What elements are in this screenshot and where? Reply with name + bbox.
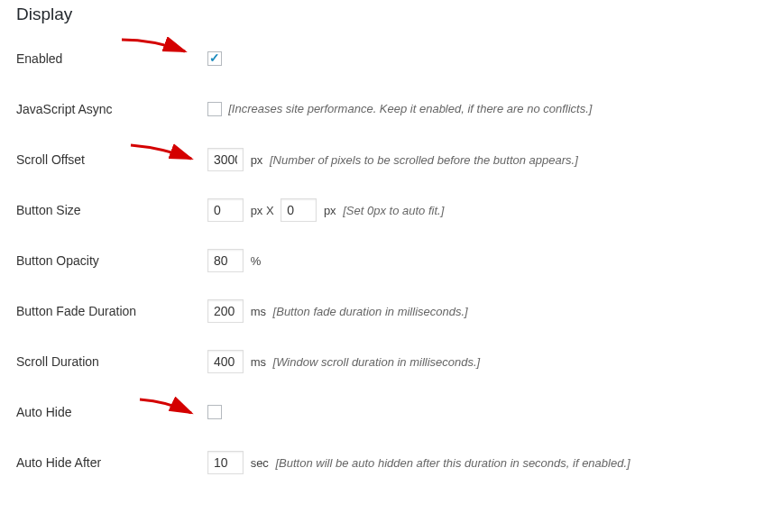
row-auto-hide-after: Auto Hide After sec [Button will be auto… — [0, 437, 782, 488]
scroll-offset-unit: px — [251, 153, 263, 167]
js-async-checkbox[interactable] — [207, 102, 222, 116]
row-scroll-duration: Scroll Duration ms [Window scroll durati… — [0, 336, 782, 387]
label-button-opacity: Button Opacity — [0, 235, 198, 286]
row-enabled: Enabled — [0, 33, 782, 84]
button-size-help: [Set 0px to auto fit.] — [343, 204, 444, 217]
fade-duration-unit: ms — [251, 305, 266, 318]
row-js-async: JavaScript Async [Increases site perform… — [0, 84, 782, 134]
settings-table: Enabled JavaScript Async [Increases site… — [0, 33, 782, 488]
auto-hide-checkbox[interactable] — [207, 405, 222, 419]
row-button-size: Button Size px X px [Set 0px to auto fit… — [0, 185, 782, 235]
label-auto-hide-after: Auto Hide After — [0, 437, 198, 488]
fade-duration-input[interactable] — [207, 299, 244, 323]
scroll-duration-help: [Window scroll duration in milliseconds.… — [273, 355, 481, 369]
scroll-duration-input[interactable] — [207, 350, 244, 373]
label-auto-hide: Auto Hide — [0, 387, 198, 437]
label-scroll-offset: Scroll Offset — [0, 134, 198, 185]
scroll-offset-help: [Number of pixels to be scrolled before … — [270, 153, 578, 167]
button-size-unit2: px — [324, 204, 336, 217]
auto-hide-after-help: [Button will be auto hidden after this d… — [275, 456, 630, 470]
label-scroll-duration: Scroll Duration — [0, 336, 198, 387]
auto-hide-after-unit: sec — [251, 456, 269, 470]
label-js-async: JavaScript Async — [0, 84, 198, 134]
scroll-duration-unit: ms — [251, 355, 266, 369]
button-size-unit1: px X — [251, 204, 274, 217]
label-fade-duration: Button Fade Duration — [0, 286, 198, 336]
row-scroll-offset: Scroll Offset px [Number of pixels to be… — [0, 134, 782, 185]
label-enabled: Enabled — [0, 33, 198, 84]
fade-duration-help: [Button fade duration in milliseconds.] — [273, 305, 468, 318]
button-opacity-input[interactable] — [207, 249, 244, 272]
label-button-size: Button Size — [0, 185, 198, 235]
row-auto-hide: Auto Hide — [0, 387, 782, 437]
button-height-input[interactable] — [281, 198, 317, 222]
row-button-opacity: Button Opacity % — [0, 235, 782, 286]
js-async-help: [Increases site performance. Keep it ena… — [228, 102, 592, 115]
auto-hide-after-input[interactable] — [207, 451, 244, 474]
enabled-checkbox[interactable] — [207, 51, 222, 66]
scroll-offset-input[interactable] — [207, 148, 244, 171]
button-opacity-unit: % — [251, 254, 262, 268]
button-width-input[interactable] — [207, 198, 244, 222]
page-title: Display — [0, 0, 782, 33]
row-fade-duration: Button Fade Duration ms [Button fade dur… — [0, 286, 782, 336]
